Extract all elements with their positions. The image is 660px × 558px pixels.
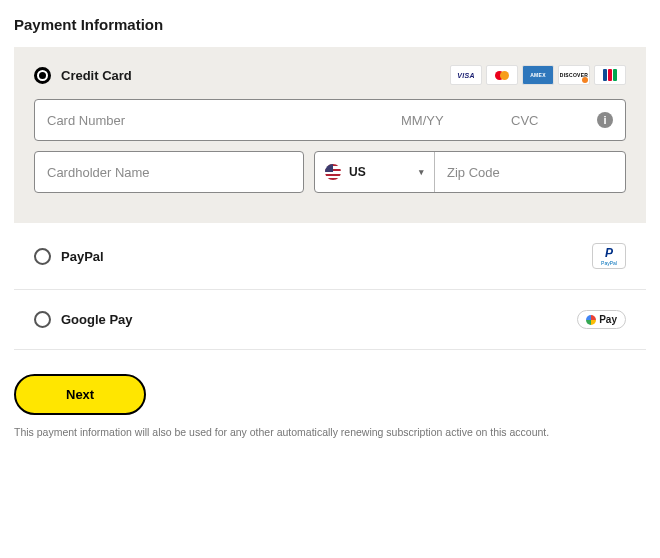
- paypal-option-row: PayPal P PayPal: [14, 223, 646, 290]
- alt-payment-section: PayPal P PayPal Google Pay Pay: [14, 223, 646, 350]
- cvc-info-icon[interactable]: i: [597, 112, 613, 128]
- google-pay-option-row: Google Pay Pay: [14, 290, 646, 350]
- amex-icon: AMEX: [522, 65, 554, 85]
- cardholder-name-field: [34, 151, 304, 193]
- gpay-text: Pay: [599, 314, 617, 325]
- mastercard-icon: [486, 65, 518, 85]
- google-pay-radio[interactable]: Google Pay: [34, 311, 133, 328]
- jcb-icon: [594, 65, 626, 85]
- credit-card-option-row: Credit Card VISA AMEX DISCOVER: [34, 65, 626, 99]
- next-button[interactable]: Next: [14, 374, 146, 415]
- card-cvc-input[interactable]: [511, 113, 591, 128]
- country-select[interactable]: US ▾: [315, 152, 435, 192]
- chevron-down-icon: ▾: [419, 167, 424, 177]
- zip-input[interactable]: [447, 165, 613, 180]
- google-pay-icon: Pay: [577, 310, 626, 329]
- zip-field: [435, 152, 625, 192]
- paypal-label: PayPal: [61, 249, 104, 264]
- paypal-icon: P PayPal: [592, 243, 626, 269]
- cardholder-row: US ▾: [34, 151, 626, 193]
- paypal-radio[interactable]: PayPal: [34, 248, 104, 265]
- credit-card-panel: Credit Card VISA AMEX DISCOVER i US ▾: [14, 47, 646, 223]
- radio-unselected-icon: [34, 248, 51, 265]
- disclaimer-text: This payment information will also be us…: [14, 425, 646, 440]
- google-pay-label: Google Pay: [61, 312, 133, 327]
- credit-card-radio[interactable]: Credit Card: [34, 67, 132, 84]
- card-expiry-input[interactable]: [401, 113, 511, 128]
- google-logo-icon: [586, 315, 596, 325]
- card-brand-icons: VISA AMEX DISCOVER: [450, 65, 626, 85]
- visa-icon: VISA: [450, 65, 482, 85]
- us-flag-icon: [325, 164, 341, 180]
- radio-unselected-icon: [34, 311, 51, 328]
- card-number-row: i: [34, 99, 626, 141]
- cardholder-name-input[interactable]: [47, 165, 291, 180]
- card-number-input[interactable]: [47, 113, 401, 128]
- discover-icon: DISCOVER: [558, 65, 590, 85]
- country-code: US: [349, 165, 366, 179]
- page-heading: Payment Information: [14, 16, 646, 33]
- country-zip-combo: US ▾: [314, 151, 626, 193]
- radio-selected-icon: [34, 67, 51, 84]
- credit-card-label: Credit Card: [61, 68, 132, 83]
